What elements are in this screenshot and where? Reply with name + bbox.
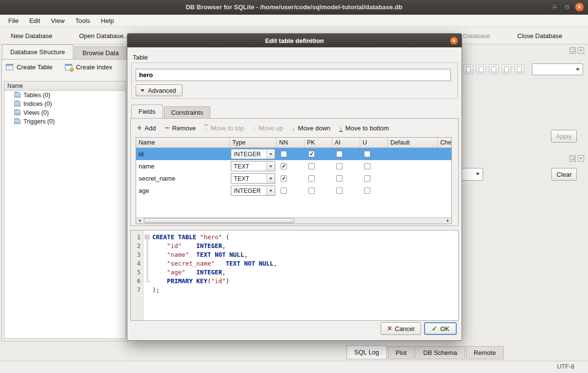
type-combo[interactable]: INTEGER bbox=[231, 186, 275, 196]
menu-help[interactable]: Help bbox=[96, 15, 120, 26]
fields-grid-hscrollbar[interactable] bbox=[136, 217, 451, 224]
column-header-default[interactable]: Default bbox=[388, 138, 438, 147]
column-header-name[interactable]: Name bbox=[136, 138, 230, 147]
clear-button[interactable]: Clear bbox=[551, 168, 577, 181]
tab-database-structure[interactable]: Database Structure bbox=[2, 44, 73, 60]
scrollbar-track[interactable] bbox=[143, 218, 445, 224]
scroll-right-button[interactable] bbox=[445, 218, 451, 224]
field-name-cell[interactable]: name bbox=[136, 160, 230, 172]
chevron-down-icon[interactable] bbox=[266, 174, 275, 183]
new-database-button[interactable]: New Database bbox=[4, 29, 56, 42]
field-name-cell[interactable]: age bbox=[136, 185, 230, 197]
apply-button[interactable]: Apply bbox=[551, 130, 577, 143]
pk-checkbox[interactable] bbox=[308, 163, 315, 169]
move-down-button[interactable]: Move down bbox=[292, 124, 330, 132]
menu-view[interactable]: View bbox=[45, 15, 70, 26]
nn-checkbox[interactable] bbox=[281, 187, 287, 194]
nn-checkbox[interactable] bbox=[281, 151, 287, 157]
maximize-icon[interactable] bbox=[563, 2, 572, 12]
chevron-down-icon[interactable] bbox=[266, 149, 275, 159]
create-index-button[interactable]: Create Index bbox=[65, 63, 112, 71]
check-cell[interactable] bbox=[438, 185, 452, 197]
column-header-nn[interactable]: NN bbox=[277, 138, 304, 147]
ok-button[interactable]: OK bbox=[424, 322, 457, 335]
pk-checkbox[interactable] bbox=[308, 175, 315, 182]
field-row[interactable]: nameTEXT bbox=[136, 160, 451, 172]
default-cell[interactable] bbox=[388, 148, 438, 160]
tree-item-tables-0[interactable]: Tables (0) bbox=[4, 91, 125, 100]
tab-browse-data[interactable]: Browse Data bbox=[74, 46, 127, 60]
dock-close-icon[interactable] bbox=[578, 47, 584, 54]
u-checkbox[interactable] bbox=[364, 151, 370, 157]
type-combo[interactable]: TEXT bbox=[231, 173, 275, 184]
pk-checkbox[interactable] bbox=[308, 187, 315, 194]
field-name-cell[interactable]: secret_name bbox=[136, 172, 230, 185]
toolbar-icon[interactable] bbox=[514, 64, 524, 74]
u-checkbox[interactable] bbox=[364, 163, 370, 169]
type-combo[interactable]: TEXT bbox=[231, 161, 275, 171]
column-header-ai[interactable]: AI bbox=[332, 138, 360, 147]
move-up-button[interactable]: Move up bbox=[253, 124, 283, 132]
column-header-pk[interactable]: PK bbox=[304, 138, 332, 147]
tab-plot[interactable]: Plot bbox=[388, 346, 414, 359]
field-row[interactable]: ageINTEGER bbox=[136, 185, 451, 197]
dock-close-icon[interactable] bbox=[578, 155, 584, 162]
ai-checkbox[interactable] bbox=[336, 163, 343, 169]
chevron-down-icon[interactable] bbox=[266, 162, 275, 171]
column-header-check[interactable]: Check bbox=[438, 138, 452, 147]
dock-float-icon[interactable] bbox=[569, 155, 576, 162]
remove-button[interactable]: Remove bbox=[164, 124, 196, 132]
check-cell[interactable] bbox=[438, 160, 452, 172]
advanced-toggle[interactable]: Advanced bbox=[136, 84, 182, 96]
close-database-button[interactable]: Close Database bbox=[510, 29, 567, 42]
check-cell[interactable] bbox=[438, 148, 452, 160]
default-cell[interactable] bbox=[388, 172, 438, 185]
pk-checkbox[interactable] bbox=[308, 151, 315, 157]
toolbar-icon[interactable] bbox=[502, 64, 511, 74]
toolbar-icon[interactable] bbox=[489, 64, 499, 74]
mode-combo[interactable] bbox=[532, 63, 583, 75]
nn-checkbox[interactable] bbox=[281, 163, 287, 169]
tab-sql-log[interactable]: SQL Log bbox=[346, 345, 387, 359]
tree-item-views-0[interactable]: Views (0) bbox=[4, 108, 125, 117]
toolbar-icon[interactable] bbox=[476, 64, 486, 74]
u-checkbox[interactable] bbox=[364, 187, 370, 194]
add-button[interactable]: Add bbox=[137, 124, 156, 132]
u-checkbox[interactable] bbox=[364, 175, 370, 182]
ai-checkbox[interactable] bbox=[336, 175, 343, 182]
field-row[interactable]: idINTEGER bbox=[136, 148, 451, 160]
move-top-button[interactable]: Move to top bbox=[204, 124, 243, 132]
dock-float-icon[interactable] bbox=[569, 47, 576, 54]
table-name-input[interactable] bbox=[136, 69, 451, 81]
default-cell[interactable] bbox=[388, 160, 438, 172]
type-combo[interactable]: INTEGER bbox=[231, 149, 275, 159]
create-table-button[interactable]: Create Table bbox=[6, 63, 52, 71]
scrollbar-thumb[interactable] bbox=[144, 218, 294, 223]
sql-preview[interactable]: 1234567 CREATE TABLE "hero" ( "id" INTEG… bbox=[130, 230, 459, 321]
move-bottom-button[interactable]: Move to bottom bbox=[339, 124, 389, 132]
default-cell[interactable] bbox=[388, 185, 438, 197]
tab-constraints[interactable]: Constraints bbox=[164, 106, 211, 119]
tab-remote[interactable]: Remote bbox=[466, 346, 504, 359]
tree-item-triggers-0[interactable]: Triggers (0) bbox=[4, 117, 125, 126]
menu-file[interactable]: File bbox=[3, 15, 24, 26]
field-row[interactable]: secret_nameTEXT bbox=[136, 172, 451, 185]
chevron-down-icon[interactable] bbox=[266, 186, 275, 195]
column-header-type[interactable]: Type bbox=[230, 138, 277, 147]
cancel-button[interactable]: Cancel bbox=[381, 322, 422, 335]
scroll-left-button[interactable] bbox=[136, 218, 143, 224]
open-database-button[interactable]: Open Database... bbox=[72, 29, 133, 42]
minimize-icon[interactable] bbox=[550, 2, 560, 12]
close-icon[interactable] bbox=[575, 2, 584, 12]
toolbar-icon[interactable] bbox=[464, 64, 473, 74]
dialog-close-icon[interactable] bbox=[450, 37, 458, 45]
tree-item-indices-0[interactable]: Indices (0) bbox=[4, 100, 125, 108]
menu-tools[interactable]: Tools bbox=[70, 15, 95, 26]
tab-db-schema[interactable]: DB Schema bbox=[415, 346, 465, 359]
tab-fields[interactable]: Fields bbox=[131, 104, 163, 119]
ai-checkbox[interactable] bbox=[336, 151, 343, 157]
field-name-cell[interactable]: id bbox=[136, 148, 230, 160]
ai-checkbox[interactable] bbox=[336, 187, 343, 194]
check-cell[interactable] bbox=[438, 172, 452, 185]
menu-edit[interactable]: Edit bbox=[24, 15, 45, 26]
